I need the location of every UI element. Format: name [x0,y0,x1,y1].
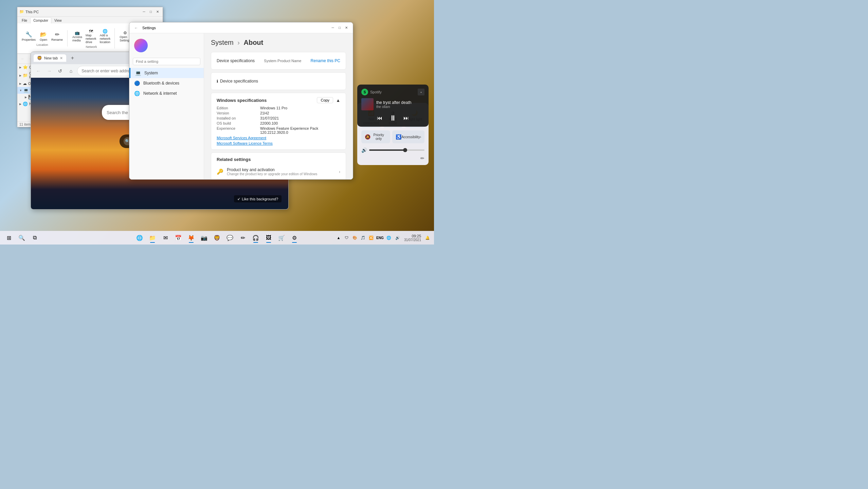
settings-minimize[interactable]: ─ [330,25,336,31]
taskbar-onenote[interactable]: ✏ [237,232,249,244]
taskbar-brave[interactable]: 🦁 [211,232,223,244]
version-value: 21H2 [260,111,340,115]
taskbar-photoshop[interactable]: 🖼 [263,232,275,244]
close-button[interactable]: ✕ [155,9,161,15]
settings-maximize[interactable]: □ [337,25,343,31]
volume-slider[interactable] [369,149,424,151]
bluetooth-icon: 🔵 [134,80,140,86]
window-title: This PC [25,10,39,14]
tray-show-hidden[interactable]: ▲ [335,234,342,241]
titlebar-controls: ─ □ ✕ [141,9,161,15]
taskbar-calendar[interactable]: 📅 [172,232,184,244]
taskbar-settings[interactable]: ⚙ [288,232,301,244]
spotify-close-btn[interactable]: ▪ [418,89,424,95]
tab-computer[interactable]: Computer [30,17,51,23]
taskbar-explorer[interactable]: 📁 [146,232,159,244]
taskbar-spotify[interactable]: 🎧 [250,232,262,244]
related-settings-card: Related settings 🔑 Product key and activ… [211,152,346,179]
task-view-btn[interactable]: ⧉ [29,232,41,244]
back-button[interactable]: ← [19,55,26,62]
maximize-button[interactable]: □ [148,9,154,15]
taskbar-firefox[interactable]: 🦊 [185,232,197,244]
taskbar-mail[interactable]: ✉ [159,232,171,244]
tray-git[interactable]: 🔀 [367,234,375,241]
settings-sidebar: 💻 System 🔵 Bluetooth & devices 🌐 Network… [129,33,204,179]
taskbar-edge[interactable]: 🌐 [133,232,146,244]
play-pause-btn[interactable]: ⏸ [389,114,397,123]
installed-label: Installed on [217,116,257,120]
system-icon: 💻 [135,70,141,76]
access-media-btn[interactable]: 📺 Access media [71,30,84,43]
browser-home-btn[interactable]: ⌂ [66,66,76,76]
nav-network[interactable]: 🌐 Network & internet [129,88,204,98]
clock-date: 31/07/2021 [404,238,421,242]
edit-quick-settings-btn[interactable]: ✏ [420,156,424,161]
settings-search-input[interactable] [133,58,200,65]
qs-accessibility-btn[interactable]: ♿ Accessibility › [392,130,424,143]
map-drive-icon: 🗺 [89,29,93,34]
song-title: the tryst after death [376,100,411,105]
browser-tab-new[interactable]: 🦁 New tab ✕ [34,54,66,62]
prev-track-btn[interactable]: ⏮ [376,114,384,123]
qs-priority-btn[interactable]: 🔕 Priority only [361,130,390,143]
rename-pc-btn[interactable]: Rename this PC [311,58,340,63]
version-label: Version [217,111,257,115]
settings-breadcrumb: System › About [211,39,346,47]
taskbar-photos[interactable]: 📷 [198,232,210,244]
tray-network[interactable]: 🌐 [385,234,393,241]
browser-refresh-btn[interactable]: ↺ [55,66,65,76]
map-drive-btn[interactable]: 🗺 Map network drive [84,28,98,44]
taskbar: ⊞ 🔍 ⧉ 🌐 📁 ✉ 📅 🦊 📷 🦁 💬 ✏ 🎧 🖼 🛒 ⚙ ▲ 🛡 🎨 🎵 … [0,231,434,244]
search-btn[interactable]: 🔍 [16,232,28,244]
tab-view[interactable]: View [51,17,65,23]
arrow-icon: ▼ [19,89,22,92]
arrow-icon: ▶ [19,82,21,85]
installed-value: 31/07/2021 [260,116,340,120]
quick-access-icon: ⭐ [23,65,28,70]
ribbon-buttons-network: 📺 Access media 🗺 Map network drive 🌐 Add… [71,28,112,44]
properties-btn[interactable]: 🔧 Properties [20,30,37,42]
taskbar-appstore[interactable]: 🛒 [275,232,288,244]
settings-back-btn[interactable]: ← [133,24,140,31]
settings-icon: ⚙ [123,31,127,35]
browser-back-btn[interactable]: ← [34,66,43,76]
open-btn[interactable]: 📂 Open [38,30,49,42]
like-background-btn[interactable]: ↙ Like this background? [234,195,282,202]
spotify-controls: ⏮ ⏸ ⏭ [361,114,424,123]
tab-close-btn[interactable]: ✕ [60,56,63,60]
system-clock[interactable]: 09:25 31/07/2021 [403,233,422,242]
tray-volume[interactable]: 🔊 [394,234,401,241]
rename-icon: ✏ [55,31,59,38]
tray-spotify-tray[interactable]: 🎵 [359,234,367,241]
settings-window: ← Settings ─ □ ✕ 💻 System 🔵 Bluetooth & … [129,22,353,180]
msl-link[interactable]: Microsoft Software Licence Terms [217,141,340,145]
album-art [361,98,374,110]
collapse-icon[interactable]: ▲ [336,98,340,103]
next-track-btn[interactable]: ⏭ [402,114,410,123]
settings-close[interactable]: ✕ [343,25,349,31]
priority-label: Priority only [370,133,387,141]
taskbar-teams[interactable]: 💬 [224,232,236,244]
browser-forward-btn[interactable]: → [44,66,54,76]
copy-button[interactable]: Copy [317,97,333,103]
minimize-button[interactable]: ─ [141,9,147,15]
add-network-btn[interactable]: 🌐 Add a network location [98,28,112,44]
new-tab-button[interactable]: + [68,54,76,62]
creative-icon: 📁 [23,73,28,78]
tray-creative[interactable]: 🎨 [351,234,359,241]
tray-vpn[interactable]: 🛡 [343,234,350,241]
windows-specs-card: Windows specifications Copy ▲ Edition Wi… [211,93,346,150]
msa-link[interactable]: Microsoft Services Agreement [217,136,340,140]
tab-file[interactable]: File [19,17,30,23]
device-specs-title: Device specifications [220,79,258,84]
start-btn[interactable]: ⊞ [3,232,15,244]
spotify-track: the tryst after death the ollam [361,98,424,110]
notifications-btn[interactable]: 🔔 [424,234,431,241]
nav-bluetooth[interactable]: 🔵 Bluetooth & devices [129,78,204,88]
related-remote[interactable]: 🖥 Remote desktop Control this device fro… [217,179,340,179]
taskbar-left: ⊞ 🔍 ⧉ [3,232,41,244]
rename-btn[interactable]: ✏ Rename [50,30,65,42]
tray-language[interactable]: ENG [376,234,384,241]
nav-system[interactable]: 💻 System [129,68,204,78]
related-activation[interactable]: 🔑 Product key and activation Change the … [217,165,340,179]
